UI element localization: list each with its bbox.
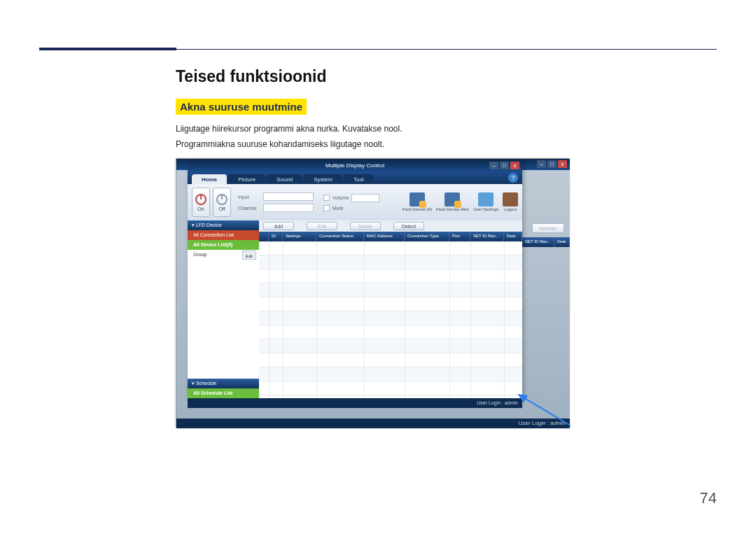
back-statusbar: User Login : admin xyxy=(176,419,570,428)
sidebar-schedule-list[interactable]: All Schedule List xyxy=(188,388,259,398)
tab-home[interactable]: Home xyxy=(192,174,227,184)
volume-label: Volume xyxy=(332,195,349,200)
logout-button[interactable]: Logout xyxy=(503,192,518,212)
mute-label: Mute xyxy=(332,206,344,211)
volume-checkbox[interactable] xyxy=(323,195,330,201)
edit-button[interactable]: Edit xyxy=(307,222,337,230)
close-icon[interactable]: x xyxy=(558,160,567,168)
subheading-highlight: Akna suuruse muutmine xyxy=(176,99,307,115)
help-icon[interactable]: ? xyxy=(508,173,518,183)
foreground-window: Multiple Display Control – □ x Home Pict… xyxy=(188,160,522,398)
sidebar-schedule-header[interactable]: Schedule xyxy=(188,379,259,388)
main-area: LFD Device All Connection List All Devic… xyxy=(188,220,522,398)
grid-header: ID Settings Connection Status MAC Addres… xyxy=(259,232,522,241)
monitor-warning-icon xyxy=(410,192,425,206)
minimize-icon[interactable]: – xyxy=(537,160,546,168)
input-select[interactable] xyxy=(263,192,314,201)
volume-value[interactable] xyxy=(351,194,379,202)
channel-label: Channel xyxy=(238,206,260,211)
grid-body[interactable] xyxy=(259,241,522,398)
user-icon xyxy=(478,192,493,206)
tab-system[interactable]: System xyxy=(304,174,342,184)
minimize-icon[interactable]: – xyxy=(489,162,498,169)
menu-bar: Home Picture Sound System Tool ? xyxy=(188,171,522,184)
sidebar-device-list[interactable]: All Device List(0) xyxy=(188,240,259,250)
window-title: Multiple Display Control xyxy=(326,162,384,169)
toolbar: On Off Input Channel xyxy=(188,184,522,220)
heading-main: Teised funktsioonid xyxy=(176,67,715,86)
maximize-icon[interactable]: □ xyxy=(547,160,556,168)
tab-tool[interactable]: Tool xyxy=(344,174,374,184)
fault-alert-button[interactable]: Fault Device Alert xyxy=(436,192,469,212)
channel-select[interactable] xyxy=(263,204,314,212)
door-icon xyxy=(503,192,518,206)
detect-button[interactable]: Detect xyxy=(393,222,424,230)
group-edit-button[interactable]: Edit xyxy=(242,251,256,260)
refresh-button[interactable]: Refresh xyxy=(532,223,564,233)
application-screenshot: – □ x ut Refresh SET ID Ran... Dete User… xyxy=(176,158,569,428)
fault-device-button[interactable]: Fault Device (0) xyxy=(402,192,432,212)
sidebar-connection-list[interactable]: All Connection List xyxy=(188,230,259,240)
window-titlebar[interactable]: Multiple Display Control – □ x xyxy=(188,160,522,171)
input-label: Input xyxy=(238,195,260,199)
close-icon[interactable]: x xyxy=(510,162,519,169)
power-on-icon xyxy=(195,194,206,205)
grid-button-bar: Add Edit Delete Detect xyxy=(259,220,522,232)
user-settings-button[interactable]: User Settings xyxy=(473,192,498,212)
power-off-button[interactable]: Off xyxy=(213,188,231,217)
mute-checkbox[interactable] xyxy=(323,205,330,211)
power-on-button[interactable]: On xyxy=(192,188,210,217)
grid-area: Add Edit Delete Detect ID Settings Conne… xyxy=(259,220,522,398)
tab-picture[interactable]: Picture xyxy=(228,174,265,184)
paragraph-1: Liigutage hiirekursor programmi akna nur… xyxy=(176,122,715,136)
monitor-warning-icon xyxy=(444,192,460,206)
back-grid-header: SET ID Ran... Dete xyxy=(522,237,570,247)
sidebar-group-item[interactable]: Group Edit xyxy=(188,250,259,260)
paragraph-2: Programmiakna suuruse kohandamiseks liig… xyxy=(176,137,715,151)
sidebar: LFD Device All Connection List All Devic… xyxy=(188,220,259,398)
sidebar-spacer xyxy=(188,260,259,379)
sidebar-lfd-header[interactable]: LFD Device xyxy=(188,220,259,230)
status-bar: User Login : admin xyxy=(188,398,522,408)
power-off-icon xyxy=(216,194,227,205)
maximize-icon[interactable]: □ xyxy=(500,162,509,169)
document-content: Teised funktsioonid Akna suuruse muutmin… xyxy=(176,67,715,153)
add-button[interactable]: Add xyxy=(263,222,294,230)
page-number: 74 xyxy=(700,489,717,507)
horizontal-rule xyxy=(39,49,717,50)
delete-button[interactable]: Delete xyxy=(350,222,381,230)
tab-sound[interactable]: Sound xyxy=(267,174,302,184)
